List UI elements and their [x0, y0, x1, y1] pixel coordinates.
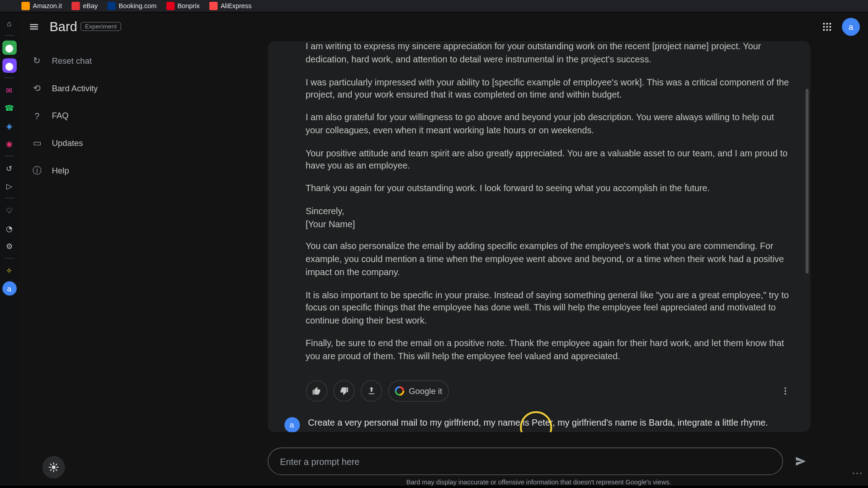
- refresh-icon: ↻: [30, 54, 43, 67]
- sidebar-item-label: Updates: [52, 138, 83, 148]
- svg-point-3: [823, 26, 825, 28]
- rail-home-icon[interactable]: ⌂: [2, 16, 17, 31]
- sun-icon: [48, 462, 59, 473]
- menu-toggle-button[interactable]: [24, 17, 43, 36]
- rail-app1-icon[interactable]: ⬤: [2, 41, 17, 55]
- more-vertical-icon: [780, 386, 790, 396]
- rail-separator: [5, 155, 14, 156]
- rail-avatar-icon[interactable]: a: [2, 282, 17, 296]
- sidebar-item-label: Bard Activity: [52, 84, 98, 93]
- thumbs-down-button[interactable]: [333, 380, 354, 402]
- hamburger-icon: [28, 21, 39, 32]
- apps-grid-icon: [822, 21, 833, 32]
- rail-heart-icon[interactable]: ♡: [2, 203, 17, 218]
- rail-history-icon[interactable]: ↺: [2, 161, 17, 175]
- browser-rail: ⌂ ⬤ ⬤ ✉ ☎ ◈ ◉ ↺ ▷ ♡ ◔ ⚙ ✧ a: [0, 13, 19, 486]
- thumbs-down-icon: [339, 386, 349, 396]
- svg-point-1: [826, 23, 828, 24]
- account-avatar[interactable]: a: [842, 18, 860, 36]
- bookmark-ebay[interactable]: eBay: [71, 2, 98, 10]
- svg-point-5: [829, 26, 831, 28]
- rail-whatsapp-icon[interactable]: ☎: [2, 101, 17, 115]
- sidebar-item-reset-chat[interactable]: ↻ Reset chat: [23, 48, 204, 73]
- rail-separator: [5, 198, 14, 198]
- google-apps-button[interactable]: [818, 18, 836, 36]
- user-message-text: Create a very personal mail to my girlfr…: [308, 416, 768, 432]
- bookmark-bonprix[interactable]: Bonprix: [166, 2, 199, 10]
- sidebar-item-bard-activity[interactable]: ⟲ Bard Activity: [23, 76, 204, 101]
- user-avatar-letter: a: [290, 419, 294, 431]
- amazon-favicon-icon: [21, 2, 29, 10]
- bookmark-label: AliExpress: [221, 2, 252, 9]
- user-avatar: a: [284, 418, 300, 432]
- booking-favicon-icon: [107, 2, 115, 10]
- more-options-button[interactable]: [777, 383, 793, 399]
- share-icon: [367, 386, 376, 396]
- send-icon: [794, 455, 807, 468]
- user-message: a Create a very personal mail to my girl…: [284, 416, 793, 432]
- assistant-paragraph: Thank you again for your outstanding wor…: [306, 182, 793, 195]
- bookmark-booking[interactable]: Booking.com: [107, 2, 156, 10]
- svg-point-8: [829, 29, 831, 31]
- rail-separator: [5, 35, 14, 36]
- main-area: I am writing to express my sincere appre…: [209, 41, 868, 486]
- assistant-message: I am writing to express my sincere appre…: [284, 43, 793, 377]
- page: Bard Experiment a: [19, 13, 868, 486]
- thumbs-up-icon: [311, 386, 321, 396]
- bookmark-aliexpress[interactable]: AliExpress: [209, 2, 252, 10]
- assistant-paragraph: It is also important to be specific in y…: [306, 288, 793, 327]
- sidebar-item-label: Help: [52, 166, 69, 175]
- history-icon: ⟲: [30, 82, 43, 95]
- rail-messenger-icon[interactable]: ✉: [2, 83, 17, 97]
- updates-icon: ▭: [30, 136, 43, 150]
- bookmark-label: Bonprix: [178, 2, 200, 9]
- composer: [268, 448, 810, 475]
- send-button[interactable]: [791, 452, 810, 471]
- sidebar-item-updates[interactable]: ▭ Updates: [23, 131, 204, 155]
- google-logo-icon: [395, 386, 404, 396]
- chat-panel: I am writing to express my sincere appre…: [268, 41, 810, 432]
- share-button[interactable]: [360, 380, 382, 402]
- svg-point-0: [823, 23, 825, 24]
- help-icon: ?: [30, 109, 43, 122]
- assistant-paragraph: Sincerely,: [306, 204, 793, 217]
- svg-point-2: [829, 23, 831, 24]
- rail-separator: [5, 258, 14, 258]
- brand-name: Bard: [49, 19, 77, 34]
- prompt-input[interactable]: [268, 448, 783, 475]
- sidebar-item-faq[interactable]: ? FAQ: [23, 103, 204, 128]
- rail-instagram-icon[interactable]: ◉: [2, 136, 17, 151]
- aliexpress-favicon-icon: [209, 2, 217, 10]
- panel-scrollbar[interactable]: [805, 89, 808, 274]
- google-it-button[interactable]: Google it: [388, 380, 449, 402]
- sidebar-item-help[interactable]: ⓘ Help: [23, 158, 204, 183]
- assistant-paragraph: I am also grateful for your willingness …: [306, 111, 793, 136]
- experiment-chip: Experiment: [81, 22, 121, 31]
- rail-app2-icon[interactable]: ⬤: [2, 58, 17, 73]
- assistant-paragraph: Your positive attitude and team spirit a…: [306, 146, 793, 172]
- svg-point-9: [784, 388, 786, 389]
- theme-toggle-button[interactable]: [42, 456, 65, 479]
- sidebar-item-label: FAQ: [52, 111, 69, 120]
- svg-point-6: [823, 29, 825, 31]
- brand: Bard Experiment: [49, 19, 121, 34]
- rail-gear-icon[interactable]: ⚙: [2, 239, 17, 253]
- bookmark-label: Booking.com: [118, 2, 156, 9]
- rail-sparkle-icon[interactable]: ✧: [2, 263, 17, 278]
- bookmarks-bar: Amazon.it eBay Booking.com Bonprix AliEx…: [0, 0, 868, 13]
- bookmark-label: Amazon.it: [33, 2, 62, 9]
- svg-point-7: [826, 29, 828, 31]
- bookmark-amazon[interactable]: Amazon.it: [21, 2, 62, 10]
- svg-point-12: [52, 465, 56, 469]
- assistant-paragraph: I was particularly impressed with your a…: [306, 75, 793, 101]
- disclaimer-text: Bard may display inaccurate or offensive…: [406, 479, 671, 486]
- rail-app3-icon[interactable]: ◈: [2, 118, 17, 133]
- google-it-label: Google it: [409, 386, 442, 396]
- rail-play-icon[interactable]: ▷: [2, 179, 17, 193]
- thumbs-up-button[interactable]: [306, 380, 327, 402]
- rail-clock-icon[interactable]: ◔: [2, 221, 17, 235]
- help-filled-icon: ⓘ: [30, 164, 43, 177]
- assistant-paragraph: [Your Name]: [306, 217, 793, 230]
- assistant-paragraph: I am writing to express my sincere appre…: [306, 41, 793, 66]
- browser-menu-icon[interactable]: ⋯: [852, 467, 863, 480]
